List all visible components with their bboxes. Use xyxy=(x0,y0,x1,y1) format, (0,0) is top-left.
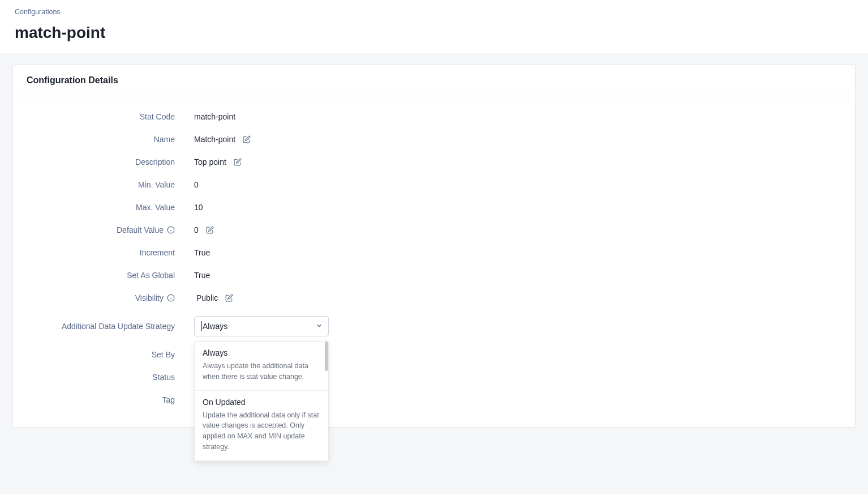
option-description: Always update the additional data when t… xyxy=(203,361,320,382)
dropdown-option-on-updated[interactable]: On Updated Update the additional data on… xyxy=(195,391,328,461)
field-label-set-as-global: Set As Global xyxy=(27,271,194,280)
increment-value: True xyxy=(194,248,210,257)
field-max-value: Max. Value 10 xyxy=(27,203,841,212)
chevron-down-icon xyxy=(316,322,323,331)
field-value-description: Top point xyxy=(194,157,242,167)
field-value-stat-code: match-point xyxy=(194,112,235,121)
field-name: Name Match-point xyxy=(27,135,841,144)
content-area: Configuration Details Stat Code match-po… xyxy=(0,53,868,494)
field-value-name: Match-point xyxy=(194,135,251,144)
default-value-label-text: Default Value xyxy=(117,225,164,234)
field-value-update-strategy: Always Always Always update the addition… xyxy=(194,316,329,336)
field-value-max-value: 10 xyxy=(194,203,203,212)
configuration-details-card: Configuration Details Stat Code match-po… xyxy=(12,65,856,428)
field-increment: Increment True xyxy=(27,248,841,257)
page-header: Configurations match-point xyxy=(0,0,868,53)
field-label-tag: Tag xyxy=(27,395,194,404)
text-cursor xyxy=(201,321,202,331)
field-label-max-value: Max. Value xyxy=(27,203,194,212)
field-label-stat-code: Stat Code xyxy=(27,112,194,121)
card-body: Stat Code match-point Name Match-point D… xyxy=(13,96,855,427)
update-strategy-select-wrapper: Always Always Always update the addition… xyxy=(194,316,329,336)
min-value: 0 xyxy=(194,180,199,189)
field-visibility: Visibility Public xyxy=(27,293,841,302)
default-value: 0 xyxy=(194,225,199,234)
visibility-value: Public xyxy=(196,293,218,302)
field-stat-code: Stat Code match-point xyxy=(27,112,841,121)
set-as-global-value: True xyxy=(194,271,210,280)
field-value-set-as-global: True xyxy=(194,271,210,280)
option-description: Update the additional data only if stat … xyxy=(203,410,320,453)
info-icon[interactable] xyxy=(167,226,175,234)
field-value-increment: True xyxy=(194,248,210,257)
field-description: Description Top point xyxy=(27,157,841,167)
update-strategy-selected-value: Always xyxy=(203,322,227,331)
field-default-value: Default Value 0 xyxy=(27,225,841,234)
edit-icon[interactable] xyxy=(242,135,251,144)
field-set-by: Set By xyxy=(27,350,841,359)
field-value-min-value: 0 xyxy=(194,180,199,189)
field-label-visibility: Visibility xyxy=(27,293,194,302)
field-label-name: Name xyxy=(27,135,194,144)
field-tag: Tag xyxy=(27,395,841,404)
field-status: Status xyxy=(27,373,841,382)
visibility-label-text: Visibility xyxy=(135,293,164,302)
field-label-increment: Increment xyxy=(27,248,194,257)
name-value: Match-point xyxy=(194,135,235,144)
field-set-as-global: Set As Global True xyxy=(27,271,841,280)
update-strategy-dropdown: Always Always update the additional data… xyxy=(194,341,329,462)
card-header: Configuration Details xyxy=(13,65,855,96)
field-label-min-value: Min. Value xyxy=(27,180,194,189)
page-title: match-point xyxy=(15,24,853,42)
scrollbar-thumb[interactable] xyxy=(325,342,328,371)
field-label-description: Description xyxy=(27,157,194,167)
edit-icon[interactable] xyxy=(233,157,242,167)
field-label-default-value: Default Value xyxy=(27,225,194,234)
field-update-strategy: Additional Data Update Strategy Always xyxy=(27,316,841,336)
stat-code-value: match-point xyxy=(194,112,235,121)
scrollbar-track xyxy=(325,342,328,461)
description-value: Top point xyxy=(194,157,226,167)
option-title: On Updated xyxy=(203,398,320,407)
update-strategy-select[interactable]: Always xyxy=(194,316,329,336)
field-value-default-value: 0 xyxy=(194,225,214,234)
card-title: Configuration Details xyxy=(27,75,841,86)
max-value: 10 xyxy=(194,203,203,212)
field-value-visibility: Public xyxy=(194,293,234,302)
field-label-set-by: Set By xyxy=(27,350,194,359)
field-label-update-strategy: Additional Data Update Strategy xyxy=(27,322,194,331)
option-title: Always xyxy=(203,348,320,357)
field-min-value: Min. Value 0 xyxy=(27,180,841,189)
edit-icon[interactable] xyxy=(225,293,234,302)
dropdown-option-always[interactable]: Always Always update the additional data… xyxy=(195,342,328,391)
edit-icon[interactable] xyxy=(205,225,214,234)
breadcrumb-link-configurations[interactable]: Configurations xyxy=(15,8,61,16)
breadcrumb: Configurations xyxy=(15,8,853,16)
field-label-status: Status xyxy=(27,373,194,382)
info-icon[interactable] xyxy=(167,294,175,302)
